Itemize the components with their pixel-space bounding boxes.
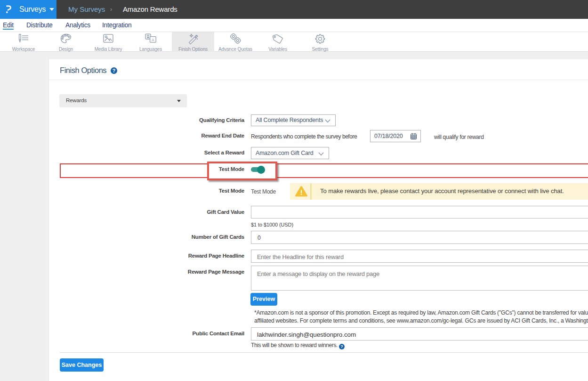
- svg-text:A: A: [152, 38, 154, 42]
